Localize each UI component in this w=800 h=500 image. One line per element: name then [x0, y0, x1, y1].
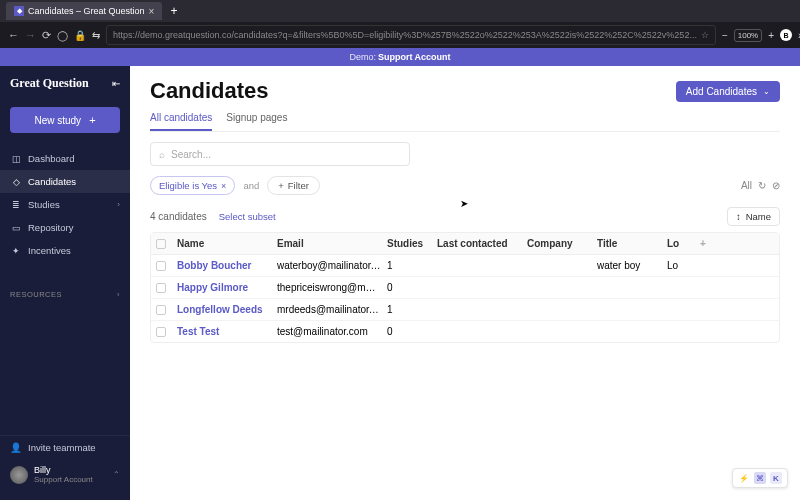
- new-tab-button[interactable]: +: [166, 4, 181, 18]
- sort-dropdown[interactable]: ↕ Name: [727, 207, 780, 226]
- url-text: https://demo.greatquestion.co/candidates…: [113, 30, 697, 40]
- filter-btn-label: Filter: [288, 180, 309, 191]
- tab-favicon: ◆: [14, 6, 24, 16]
- table-row: Test Testtest@mailinator.com0: [151, 321, 779, 342]
- candidate-email: waterboy@mailinator.com: [277, 260, 387, 271]
- invite-label: Invite teammate: [28, 442, 96, 453]
- candidate-studies: 0: [387, 326, 437, 337]
- tab-signup-pages[interactable]: Signup pages: [226, 112, 287, 131]
- back-button[interactable]: ←: [8, 29, 19, 41]
- th-title[interactable]: Title: [597, 238, 667, 249]
- tab-all-candidates[interactable]: All candidates: [150, 112, 212, 131]
- row-checkbox[interactable]: [156, 305, 166, 315]
- search-placeholder: Search...: [171, 149, 211, 160]
- add-filter-button[interactable]: + Filter: [267, 176, 320, 195]
- zoom-in-icon[interactable]: +: [768, 30, 774, 41]
- nav-icon: ▭: [10, 223, 22, 233]
- tab-title: Candidates – Great Question: [28, 6, 145, 16]
- candidate-name-link[interactable]: Happy Gilmore: [177, 282, 277, 293]
- add-column-button[interactable]: +: [697, 238, 715, 249]
- row-checkbox[interactable]: [156, 283, 166, 293]
- user-menu[interactable]: Billy Support Account ⌃: [0, 459, 130, 490]
- sidebar-item-repository[interactable]: ▭Repository: [0, 216, 130, 239]
- candidate-studies: 0: [387, 282, 437, 293]
- bookmark-icon[interactable]: ☆: [701, 30, 709, 40]
- th-name[interactable]: Name: [177, 238, 277, 249]
- nav-icon: ◫: [10, 154, 22, 164]
- floating-toolbar: ⚡ ⌘ K: [732, 468, 788, 488]
- add-candidates-button[interactable]: Add Candidates ⌄: [676, 81, 780, 102]
- collapse-sidebar-icon[interactable]: ⇤: [112, 78, 120, 89]
- candidate-title: water boy: [597, 260, 667, 271]
- nav-label: Dashboard: [28, 153, 74, 164]
- browser-tab[interactable]: ◆ Candidates – Great Question ×: [6, 2, 162, 20]
- search-input[interactable]: ⌕ Search...: [150, 142, 410, 166]
- th-studies[interactable]: Studies: [387, 238, 437, 249]
- nav-icon: ≣: [10, 200, 22, 210]
- address-bar[interactable]: https://demo.greatquestion.co/candidates…: [106, 25, 716, 45]
- sort-label: Name: [746, 211, 771, 222]
- resources-header[interactable]: RESOURCES ›: [0, 280, 130, 303]
- banner-account[interactable]: Support Account: [378, 52, 451, 62]
- logo[interactable]: Great Question: [10, 76, 89, 91]
- chevron-up-icon: ⌃: [113, 470, 120, 479]
- chevron-right-icon: ›: [117, 200, 120, 209]
- browser-toolbar: ← → ⟳ ◯ 🔒 ⇆ https://demo.greatquestion.c…: [0, 22, 800, 48]
- user-account: Support Account: [34, 475, 93, 484]
- sidebar-item-dashboard[interactable]: ◫Dashboard: [0, 147, 130, 170]
- plus-icon: +: [278, 180, 284, 191]
- sidebar-item-candidates[interactable]: ◇Candidates: [0, 170, 130, 193]
- zoom-out-icon[interactable]: −: [722, 30, 728, 41]
- row-checkbox[interactable]: [156, 261, 166, 271]
- profile-badge[interactable]: B: [780, 29, 792, 41]
- select-subset[interactable]: Select subset: [219, 211, 276, 222]
- view-all[interactable]: All: [741, 180, 752, 191]
- lock-icon: 🔒: [74, 30, 86, 41]
- filter-and: and: [243, 180, 259, 191]
- chevron-down-icon: ⌄: [763, 87, 770, 96]
- sort-icon: ↕: [736, 211, 741, 222]
- add-btn-label: Add Candidates: [686, 86, 757, 97]
- browser-tab-strip: ◆ Candidates – Great Question × +: [0, 0, 800, 22]
- candidate-studies: 1: [387, 304, 437, 315]
- close-tab-icon[interactable]: ×: [149, 6, 155, 17]
- reload-button[interactable]: ⟳: [42, 29, 51, 42]
- sidebar-item-studies[interactable]: ≣Studies›: [0, 193, 130, 216]
- select-all-checkbox[interactable]: [156, 239, 166, 249]
- candidate-loc: Lo: [667, 260, 697, 271]
- th-company[interactable]: Company: [527, 238, 597, 249]
- nav-icon: ✦: [10, 246, 22, 256]
- candidate-name-link[interactable]: Longfellow Deeds: [177, 304, 277, 315]
- bolt-icon[interactable]: ⚡: [738, 472, 750, 484]
- main-content: Candidates Add Candidates ⌄ All candidat…: [130, 66, 800, 500]
- new-study-button[interactable]: New study +: [10, 107, 120, 133]
- resources-label: RESOURCES: [10, 290, 62, 299]
- candidate-email: test@mailinator.com: [277, 326, 387, 337]
- demo-banner: Demo: Support Account: [0, 48, 800, 66]
- table-row: Happy Gilmorethepriceiswrong@mailinator.…: [151, 277, 779, 299]
- chevron-right-icon: ›: [117, 290, 120, 299]
- invite-teammate[interactable]: 👤 Invite teammate: [0, 435, 130, 459]
- block-icon[interactable]: ⊘: [772, 180, 780, 191]
- candidate-name-link[interactable]: Bobby Boucher: [177, 260, 277, 271]
- filter-chip-eligible[interactable]: Eligible is Yes ×: [150, 176, 235, 195]
- page-title: Candidates: [150, 78, 269, 104]
- th-email[interactable]: Email: [277, 238, 387, 249]
- shield-icon[interactable]: ◯: [57, 30, 68, 41]
- candidate-name-link[interactable]: Test Test: [177, 326, 277, 337]
- refresh-icon[interactable]: ↻: [758, 180, 766, 191]
- th-loc[interactable]: Lo: [667, 238, 697, 249]
- k-shortcut[interactable]: K: [770, 472, 782, 484]
- plus-icon: +: [89, 114, 95, 126]
- avatar: [10, 466, 28, 484]
- zoom-level[interactable]: 100%: [734, 29, 762, 42]
- sidebar-item-incentives[interactable]: ✦Incentives: [0, 239, 130, 262]
- command-icon[interactable]: ⌘: [754, 472, 766, 484]
- th-last-contacted[interactable]: Last contacted: [437, 238, 527, 249]
- banner-label: Demo:: [349, 52, 376, 62]
- candidate-email: thepriceiswrong@mailinator.: [277, 282, 387, 293]
- forward-button[interactable]: →: [25, 29, 36, 41]
- row-checkbox[interactable]: [156, 327, 166, 337]
- remove-filter-icon[interactable]: ×: [221, 181, 226, 191]
- permission-icon[interactable]: ⇆: [92, 30, 100, 41]
